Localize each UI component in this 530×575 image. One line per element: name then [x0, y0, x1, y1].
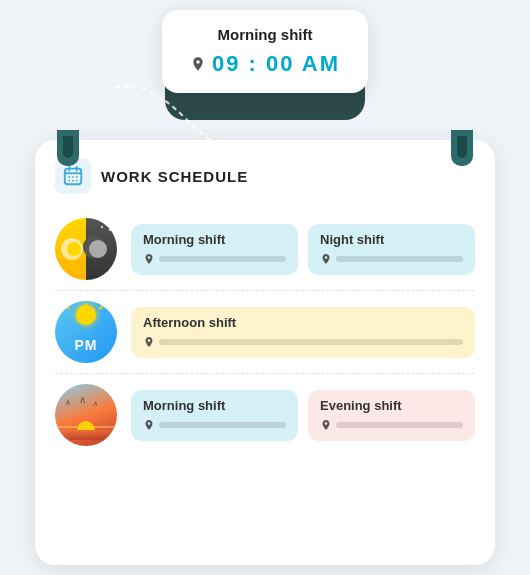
clip-left	[57, 130, 79, 166]
pin-icon	[190, 56, 206, 72]
row1-shifts: Morning shift Night shift	[131, 224, 475, 275]
floating-card-time: 09 : 00 AM	[212, 51, 340, 77]
sun-moon-icon	[55, 218, 117, 280]
shift-line-2	[336, 256, 463, 262]
schedule-row-1: Morning shift Night shift	[55, 208, 475, 291]
shift-line-3	[159, 339, 463, 345]
shift-pin-icon-5	[320, 419, 332, 431]
card-header: WORK SCHEDULE	[55, 158, 475, 194]
shift-label-night: Night shift	[320, 232, 463, 247]
evening-icon: ∧ ∧ ∧	[55, 384, 117, 446]
floating-card-title: Morning shift	[190, 26, 340, 43]
svg-marker-0	[210, 138, 220, 150]
shift-pin-icon-1	[143, 253, 155, 265]
shift-card-afternoon: Afternoon shift	[131, 307, 475, 358]
schedule-row-3: ∧ ∧ ∧ Morning shift Evening shift	[55, 374, 475, 456]
row2-shifts: Afternoon shift	[131, 307, 475, 358]
svg-point-6	[72, 180, 74, 182]
schedule-row-2: PM Afternoon shift	[55, 291, 475, 374]
floating-card: Morning shift 09 : 00 AM	[162, 10, 368, 93]
shift-line-1	[159, 256, 286, 262]
shift-line-5	[336, 422, 463, 428]
row3-shifts: Morning shift Evening shift	[131, 390, 475, 441]
shift-label-afternoon: Afternoon shift	[143, 315, 463, 330]
shift-card-night: Night shift	[308, 224, 475, 275]
svg-point-5	[68, 180, 70, 182]
clip-right	[451, 130, 473, 166]
shift-label-evening: Evening shift	[320, 398, 463, 413]
shift-card-evening: Evening shift	[308, 390, 475, 441]
main-card: WORK SCHEDULE Morning shift	[35, 140, 495, 565]
shift-pin-icon-2	[320, 253, 332, 265]
svg-point-7	[76, 180, 78, 182]
shift-pin-icon-4	[143, 419, 155, 431]
shift-label-morning-1: Morning shift	[143, 232, 286, 247]
shift-label-morning-2: Morning shift	[143, 398, 286, 413]
svg-point-3	[72, 176, 74, 178]
calendar-icon	[62, 165, 84, 187]
shift-pin-icon-3	[143, 336, 155, 348]
header-title: WORK SCHEDULE	[101, 168, 248, 185]
shift-card-morning-1: Morning shift	[131, 224, 298, 275]
shift-line-4	[159, 422, 286, 428]
svg-point-4	[76, 176, 78, 178]
shift-card-morning-2: Morning shift	[131, 390, 298, 441]
pm-icon: PM	[55, 301, 117, 363]
svg-point-2	[68, 176, 70, 178]
